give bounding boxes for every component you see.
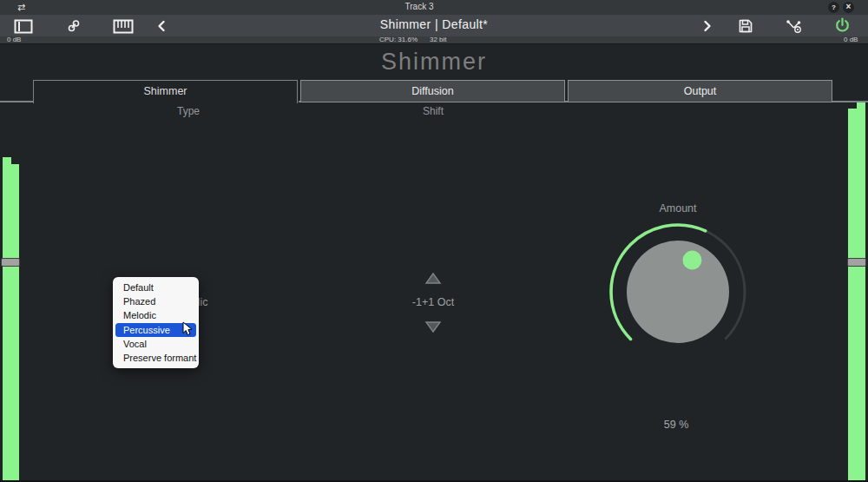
- mouse-cursor: [182, 321, 194, 340]
- amount-knob[interactable]: [604, 218, 752, 369]
- amount-value[interactable]: 59 %: [589, 419, 763, 431]
- output-meter-right-channel: [857, 102, 865, 480]
- menu-item-default[interactable]: Default: [113, 281, 199, 294]
- shift-value[interactable]: -1+1 Oct: [346, 296, 520, 308]
- output-gain-label: 0 dB: [844, 36, 858, 43]
- tab-strip-line: [0, 101, 35, 102]
- menu-item-preserve-formant[interactable]: Preserve formant: [113, 351, 199, 365]
- power-bypass-icon[interactable]: [834, 17, 851, 37]
- next-preset-chevron-icon[interactable]: [702, 20, 713, 36]
- output-meter-left-channel: [848, 109, 857, 480]
- shift-section-label: Shift: [346, 105, 520, 117]
- menu-item-phazed[interactable]: Phazed: [113, 294, 199, 308]
- shift-down-button[interactable]: [424, 320, 442, 337]
- tab-diffusion[interactable]: Diffusion: [300, 80, 565, 102]
- input-gain-fader-handle[interactable]: [1, 258, 20, 267]
- amount-label: Amount: [591, 202, 765, 215]
- plugin-name-title: Shimmer: [0, 49, 868, 76]
- track-title: Track 3: [0, 2, 838, 11]
- help-button[interactable]: ?: [828, 2, 839, 13]
- output-gain-fader-handle[interactable]: [847, 258, 866, 267]
- cpu-usage-label: CPU: 31.6%: [379, 36, 418, 43]
- input-gain-label: 0 dB: [7, 36, 21, 43]
- amount-knob-body[interactable]: [627, 241, 729, 343]
- tab-output[interactable]: Output: [568, 80, 832, 102]
- input-meter-right-channel: [11, 164, 19, 480]
- bit-depth-label: 32 bit: [430, 36, 447, 43]
- modulation-nodes-icon[interactable]: [786, 19, 805, 37]
- save-preset-icon[interactable]: [738, 18, 753, 37]
- shift-up-button[interactable]: [424, 272, 442, 288]
- tab-shimmer[interactable]: Shimmer: [33, 80, 298, 103]
- input-meter-left-channel: [3, 157, 11, 480]
- plugin-window: ⇄ Track 3 ? × Shimmer | Default*: [0, 0, 868, 482]
- divider: [0, 43, 868, 44]
- close-button[interactable]: ×: [843, 2, 854, 13]
- type-section-label: Type: [102, 105, 275, 117]
